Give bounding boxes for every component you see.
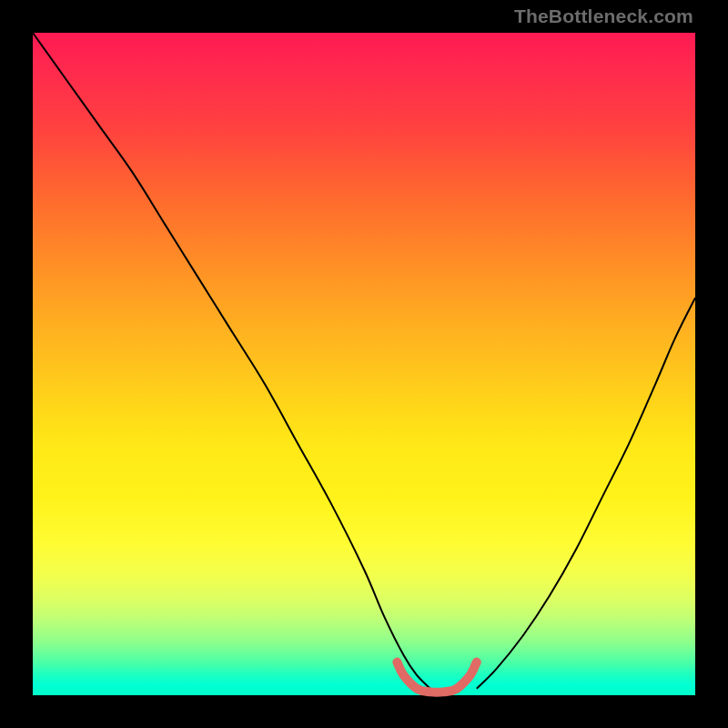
chart-stage: TheBottleneck.com	[0, 0, 728, 728]
plot-svg	[33, 33, 695, 695]
floor-marker	[397, 662, 476, 693]
left-descending-curve	[33, 33, 430, 689]
watermark-text: TheBottleneck.com	[514, 5, 693, 27]
right-ascending-curve	[477, 298, 695, 689]
